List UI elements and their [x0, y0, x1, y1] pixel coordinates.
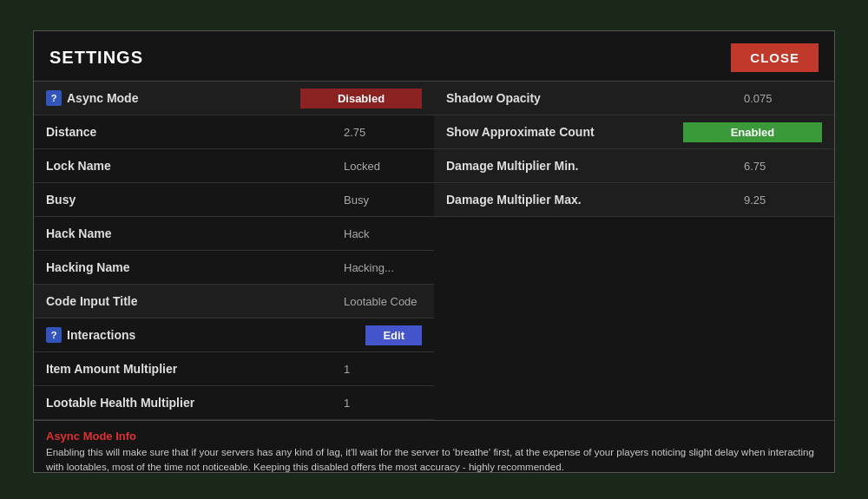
shadow-opacity-value: 0.075 [744, 92, 822, 105]
show-approximate-count-label: Show Approximate Count [446, 125, 683, 139]
setting-row-hacking-name: Hacking Name Hacking... [34, 251, 434, 285]
damage-multiplier-max-value: 9.25 [744, 194, 822, 207]
hacking-name-label: Hacking Name [46, 260, 344, 274]
settings-modal: SETTINGS CLOSE ? Async Mode Disabled Dis… [33, 30, 835, 473]
show-approximate-count-toggle[interactable]: Enabled [683, 122, 822, 142]
close-button[interactable]: CLOSE [731, 43, 819, 72]
interactions-label: ? Interactions [46, 327, 365, 343]
info-footer: Async Mode Info Enabling this will make … [34, 420, 834, 483]
modal-body: ? Async Mode Disabled Distance 2.75 Lock… [34, 82, 834, 420]
async-mode-toggle[interactable]: Disabled [300, 89, 422, 108]
setting-row-shadow-opacity: Shadow Opacity 0.075 [434, 82, 834, 115]
setting-row-damage-multiplier-max: Damage Multiplier Max. 9.25 [434, 183, 834, 217]
lock-name-label: Lock Name [46, 159, 344, 173]
async-mode-label: ? Async Mode [46, 90, 300, 106]
damage-multiplier-max-label: Damage Multiplier Max. [446, 193, 744, 207]
setting-row-lootable-health-multiplier: Lootable Health Multiplier 1 [34, 386, 434, 420]
setting-row-busy: Busy Busy [34, 183, 434, 217]
info-title: Async Mode Info [46, 430, 822, 443]
setting-row-lock-name: Lock Name Locked [34, 149, 434, 183]
interactions-edit-button[interactable]: Edit [365, 325, 422, 345]
setting-row-show-approximate-count: Show Approximate Count Enabled [434, 115, 834, 149]
left-column: ? Async Mode Disabled Distance 2.75 Lock… [34, 82, 434, 420]
setting-row-hack-name: Hack Name Hack [34, 217, 434, 251]
setting-row-item-amount-multiplier: Item Amount Multiplier 1 [34, 352, 434, 386]
lootable-health-multiplier-label: Lootable Health Multiplier [46, 396, 344, 410]
item-amount-multiplier-label: Item Amount Multiplier [46, 362, 344, 376]
interactions-help-badge[interactable]: ? [46, 327, 62, 343]
shadow-opacity-label: Shadow Opacity [446, 91, 744, 105]
modal-title: SETTINGS [49, 48, 143, 68]
async-mode-help-badge[interactable]: ? [46, 90, 62, 106]
busy-value: Busy [344, 194, 422, 207]
modal-header: SETTINGS CLOSE [34, 31, 834, 82]
lootable-health-multiplier-value: 1 [344, 397, 422, 410]
setting-row-code-input-title: Code Input Title Lootable Code [34, 285, 434, 318]
damage-multiplier-min-label: Damage Multiplier Min. [446, 159, 744, 173]
right-column: Shadow Opacity 0.075 Show Approximate Co… [434, 82, 834, 420]
setting-row-damage-multiplier-min: Damage Multiplier Min. 6.75 [434, 149, 834, 183]
code-input-title-label: Code Input Title [46, 294, 344, 308]
lock-name-value: Locked [344, 160, 422, 173]
setting-row-async-mode: ? Async Mode Disabled [34, 82, 434, 115]
hack-name-value: Hack [344, 227, 422, 240]
distance-label: Distance [46, 125, 344, 139]
hacking-name-value: Hacking... [344, 261, 422, 274]
setting-row-distance: Distance 2.75 [34, 115, 434, 149]
item-amount-multiplier-value: 1 [344, 363, 422, 376]
hack-name-label: Hack Name [46, 227, 344, 240]
setting-row-interactions: ? Interactions Edit [34, 318, 434, 352]
info-text: Enabling this will make sure that if you… [46, 445, 822, 476]
damage-multiplier-min-value: 6.75 [744, 160, 822, 173]
busy-label: Busy [46, 193, 344, 207]
code-input-title-value: Lootable Code [344, 295, 422, 308]
distance-value: 2.75 [344, 126, 422, 139]
